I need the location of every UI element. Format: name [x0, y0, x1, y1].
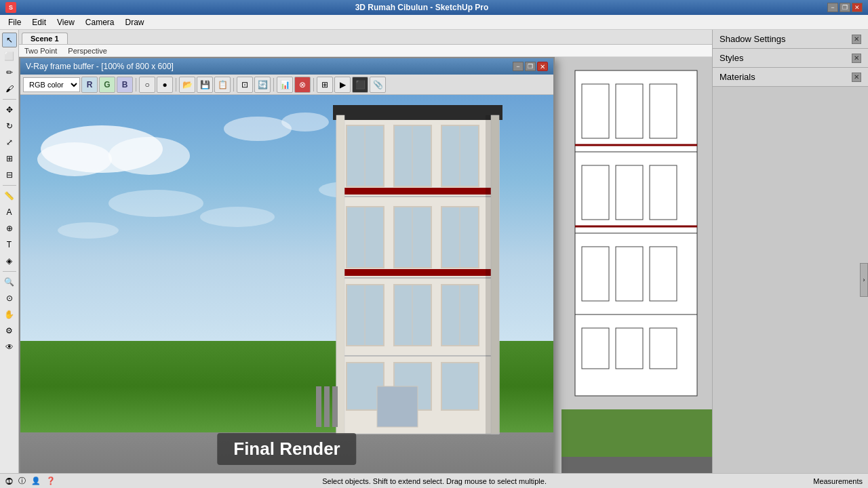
viewport-info: Two Point Perspective [19, 45, 712, 57]
color-mode-select[interactable]: RGB color Alpha Luminance [23, 77, 80, 92]
vray-btn-lut[interactable]: ⊗ [294, 77, 311, 93]
measurements-label: Measurements [813, 477, 863, 485]
vray-btn-dark[interactable]: ⬛ [352, 77, 368, 93]
scene-tab-1[interactable]: Scene 1 [22, 33, 68, 44]
pan-tool-btn[interactable]: ✋ [2, 307, 17, 322]
vray-restore-btn[interactable]: ❐ [525, 62, 536, 71]
orbit-tool-btn[interactable]: ⊙ [2, 291, 17, 306]
vray-btn-b[interactable]: B [117, 77, 133, 93]
menu-bar: File Edit View Camera Draw [0, 15, 868, 30]
final-render-label: Final Render [217, 433, 356, 465]
rotate-tool-btn[interactable]: ↻ [2, 119, 17, 134]
shadow-settings-close[interactable]: ✕ [852, 35, 861, 44]
materials-panel[interactable]: Materials ✕ [713, 68, 868, 87]
vray-minimize-btn[interactable]: − [513, 62, 524, 71]
vray-btn-track[interactable]: 📎 [370, 77, 386, 93]
eraser-tool-btn[interactable]: ⬜ [2, 49, 17, 64]
pencil-tool-btn[interactable]: ✏ [2, 65, 17, 80]
move-tool-btn[interactable]: ✥ [2, 102, 17, 117]
vray-title-bar[interactable]: V-Ray frame buffer - [100% of 800 x 600]… [20, 58, 553, 75]
vray-btn-dot[interactable]: ● [157, 77, 173, 93]
scale-tool-btn[interactable]: ⤢ [2, 135, 17, 150]
vray-window-title: V-Ray frame buffer - [100% of 800 x 600] [26, 62, 174, 71]
main-layout: ↖ ⬜ ✏ 🖌 ✥ ↻ ⤢ ⊞ ⊟ 📏 A ⊕ T ◈ 🔍 ⊙ ✋ ⚙ 👁 Sc… [0, 30, 868, 473]
walk-tool-btn[interactable]: ⚙ [2, 323, 17, 338]
vray-btn-save[interactable]: R [81, 77, 98, 93]
viewport-content[interactable]: V-Ray frame buffer - [100% of 800 x 600]… [19, 57, 712, 473]
render-area[interactable]: Final Render [20, 95, 553, 473]
vray-close-btn[interactable]: ✕ [537, 62, 548, 71]
styles-panel[interactable]: Styles ✕ [713, 49, 868, 68]
vray-btn-lens[interactable]: ▶ [334, 77, 351, 93]
status-bar: ⓵ ⓘ 👤 ❓ Select objects. Shift to extend … [0, 473, 868, 488]
status-question-icon: ❓ [46, 476, 56, 485]
materials-label: Materials [719, 72, 755, 82]
text-tool-btn[interactable]: A [2, 205, 17, 220]
right-collapse-arrow[interactable]: › [860, 263, 868, 297]
vray-btn-open[interactable]: 📂 [179, 77, 195, 93]
axes-tool-btn[interactable]: ⊕ [2, 221, 17, 236]
section-tool-btn[interactable]: ◈ [2, 253, 17, 268]
render-image: Final Render [20, 95, 553, 473]
window-title: 3D Rumah Cibulun - SketchUp Pro [16, 3, 827, 12]
status-message: Select objects. Shift to extend select. … [322, 477, 547, 485]
menu-view[interactable]: View [52, 16, 80, 28]
right-panel-content: › [713, 87, 868, 473]
app-icon: S [5, 2, 16, 13]
shadow-settings-panel[interactable]: Shadow Settings ✕ [713, 30, 868, 49]
menu-file[interactable]: File [3, 16, 26, 28]
vray-toolbar: RGB color Alpha Luminance R G B ○ ● 📂 💾 … [20, 75, 553, 95]
status-info-icon: ⓘ [18, 476, 26, 486]
toolbar-sep-2 [176, 78, 176, 92]
view-type: Two Point [24, 47, 57, 55]
tape-tool-btn[interactable]: 📏 [2, 188, 17, 203]
vray-btn-g[interactable]: G [99, 77, 115, 93]
restore-btn[interactable]: ❐ [840, 3, 850, 12]
lookaround-tool-btn[interactable]: 👁 [2, 340, 17, 354]
zoom-tool-btn[interactable]: 🔍 [2, 274, 17, 289]
menu-camera[interactable]: Camera [80, 16, 120, 28]
3dtext-tool-btn[interactable]: T [2, 237, 17, 252]
render-sky [20, 95, 553, 373]
select-tool-btn[interactable]: ↖ [2, 33, 17, 47]
status-user-icon: 👤 [31, 476, 41, 485]
title-bar-controls: − ❐ ✕ [827, 3, 863, 12]
projection-type: Perspective [68, 47, 106, 55]
vray-btn-refresh[interactable]: 🔄 [254, 77, 271, 93]
scene-area: Scene 1 Two Point Perspective [19, 30, 712, 473]
vray-btn-saveas[interactable]: 📋 [214, 77, 231, 93]
title-bar: S 3D Rumah Cibulun - SketchUp Pro − ❐ ✕ [0, 0, 868, 15]
right-panel: Shadow Settings ✕ Styles ✕ Materials ✕ › [712, 30, 868, 473]
left-toolbar: ↖ ⬜ ✏ 🖌 ✥ ↻ ⤢ ⊞ ⊟ 📏 A ⊕ T ◈ 🔍 ⊙ ✋ ⚙ 👁 [0, 30, 19, 473]
styles-close[interactable]: ✕ [852, 54, 861, 63]
paint-tool-btn[interactable]: 🖌 [2, 81, 17, 96]
minimize-btn[interactable]: − [827, 3, 838, 12]
vray-btn-stereo[interactable]: ⊞ [317, 77, 333, 93]
status-icons: ⓵ ⓘ 👤 ❓ [5, 476, 56, 486]
toolbar-divider-3 [3, 271, 16, 272]
styles-label: Styles [719, 53, 743, 63]
svg-rect-20 [561, 457, 712, 473]
shadow-settings-label: Shadow Settings [719, 34, 786, 44]
close-btn[interactable]: ✕ [852, 3, 863, 12]
menu-draw[interactable]: Draw [120, 16, 150, 28]
toolbar-sep-1 [136, 78, 136, 92]
vray-window: V-Ray frame buffer - [100% of 800 x 600]… [19, 57, 555, 473]
vray-btn-region[interactable]: ⊡ [237, 77, 253, 93]
vray-btn-hist[interactable]: 📊 [277, 77, 293, 93]
status-help-icon: ⓵ [5, 477, 13, 485]
scene-tabs: Scene 1 [19, 30, 712, 45]
vray-btn-save2[interactable]: 💾 [197, 77, 213, 93]
offset-tool-btn[interactable]: ⊟ [2, 167, 17, 182]
materials-close[interactable]: ✕ [852, 73, 861, 82]
toolbar-sep-5 [313, 78, 314, 92]
menu-edit[interactable]: Edit [26, 16, 52, 28]
toolbar-divider-1 [3, 99, 16, 100]
toolbar-sep-3 [233, 78, 234, 92]
vray-btn-circle[interactable]: ○ [139, 77, 155, 93]
toolbar-sep-4 [273, 78, 274, 92]
pushpull-tool-btn[interactable]: ⊞ [2, 151, 17, 166]
toolbar-divider-2 [3, 185, 16, 186]
